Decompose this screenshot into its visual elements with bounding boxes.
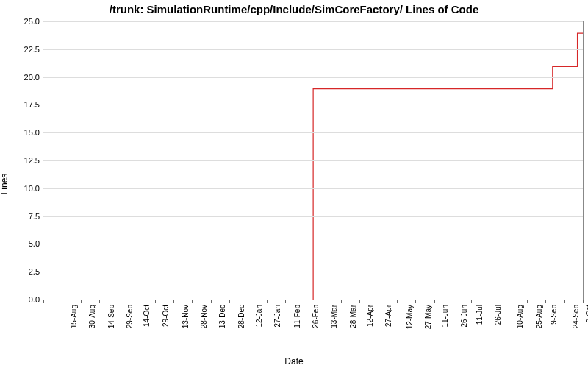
- y-tick-label: 7.5: [3, 212, 40, 221]
- y-gridline: [43, 272, 583, 272]
- y-gridline: [43, 132, 583, 133]
- x-tick-label: 27-Apr: [384, 305, 392, 327]
- x-tick-label: 10-Aug: [517, 305, 525, 328]
- y-gridline: [43, 188, 583, 189]
- x-tick-label: 15-Aug: [70, 305, 78, 328]
- x-tick-label: 26-Feb: [312, 305, 320, 328]
- x-tick: [211, 300, 212, 303]
- y-tick-label: 17.5: [3, 100, 40, 109]
- x-tick: [434, 300, 435, 303]
- chart-title: /trunk: SimulationRuntime/cpp/Include/Si…: [0, 3, 588, 15]
- x-tick: [62, 300, 62, 303]
- x-tick: [397, 300, 398, 303]
- x-tick: [509, 300, 509, 303]
- x-tick-label: 27-Jan: [273, 305, 282, 328]
- x-tick-label: 12-Jan: [255, 305, 263, 328]
- x-tick: [267, 300, 268, 303]
- x-tick: [583, 300, 584, 303]
- chart-container: /trunk: SimulationRuntime/cpp/Include/Si…: [0, 0, 588, 368]
- x-tick-label: 11-Jul: [476, 305, 484, 325]
- y-tick-label: 5.0: [3, 239, 40, 248]
- y-tick-label: 15.0: [3, 128, 40, 137]
- x-tick: [490, 300, 490, 303]
- x-tick-label: 28-Dec: [237, 305, 245, 328]
- x-tick-label: 13-Mar: [330, 305, 338, 328]
- x-tick-label: 25-Aug: [535, 305, 543, 328]
- x-tick: [137, 300, 137, 303]
- x-tick: [43, 300, 44, 303]
- x-tick: [192, 300, 193, 303]
- series-line: [44, 33, 584, 300]
- x-tick-label: 28-Nov: [200, 305, 208, 328]
- y-gridline: [43, 216, 583, 217]
- y-gridline: [43, 21, 583, 22]
- x-tick-label: 26-Jun: [459, 305, 467, 328]
- x-tick: [545, 300, 546, 303]
- y-tick-label: 22.5: [3, 45, 40, 54]
- x-tick: [359, 300, 360, 303]
- x-tick-label: 24-Sep: [573, 305, 581, 328]
- x-tick: [229, 300, 230, 303]
- y-tick-label: 25.0: [3, 17, 40, 26]
- x-tick: [155, 300, 156, 303]
- x-tick: [118, 300, 118, 303]
- x-tick-label: 29-Oct: [162, 305, 170, 327]
- x-tick: [471, 300, 472, 303]
- x-tick-label: 9-Oct: [585, 305, 588, 322]
- x-tick-label: 9-Sep: [550, 305, 558, 325]
- y-gridline: [43, 105, 583, 105]
- x-tick: [527, 300, 528, 303]
- x-tick: [341, 300, 342, 303]
- x-tick-label: 28-Mar: [348, 305, 356, 328]
- x-tick: [81, 300, 82, 303]
- x-tick: [248, 300, 248, 303]
- y-tick-label: 20.0: [3, 73, 40, 82]
- x-tick-label: 12-May: [406, 305, 414, 329]
- x-tick: [99, 300, 100, 303]
- x-tick-label: 27-May: [424, 305, 432, 329]
- x-tick: [285, 300, 286, 303]
- y-gridline: [43, 77, 583, 78]
- x-tick: [304, 300, 304, 303]
- x-tick-label: 11-Feb: [293, 305, 301, 328]
- y-tick-label: 10.0: [3, 184, 40, 193]
- x-tick-label: 13-Dec: [219, 305, 227, 328]
- x-tick-label: 26-Jul: [494, 305, 502, 325]
- x-axis-label: Date: [0, 356, 588, 367]
- x-tick-label: 11-Jun: [441, 305, 449, 328]
- x-tick-label: 12-Apr: [366, 305, 374, 327]
- x-tick: [415, 300, 416, 303]
- y-tick-label: 12.5: [3, 156, 40, 165]
- x-tick-label: 29-Sep: [126, 305, 134, 328]
- y-gridline: [43, 244, 583, 244]
- x-tick: [173, 300, 174, 303]
- x-tick: [379, 300, 379, 303]
- x-tick: [453, 300, 453, 303]
- y-tick-label: 2.5: [3, 267, 40, 276]
- x-tick-label: 14-Oct: [143, 305, 151, 327]
- x-tick-label: 14-Sep: [107, 305, 115, 328]
- plot-area: [43, 21, 584, 300]
- y-tick-label: 0.0: [3, 295, 40, 304]
- y-gridline: [43, 160, 583, 161]
- y-gridline: [43, 49, 583, 50]
- x-tick-label: 30-Aug: [89, 305, 97, 328]
- x-tick: [564, 300, 565, 303]
- x-tick-label: 13-Nov: [182, 305, 190, 328]
- x-tick: [323, 300, 323, 303]
